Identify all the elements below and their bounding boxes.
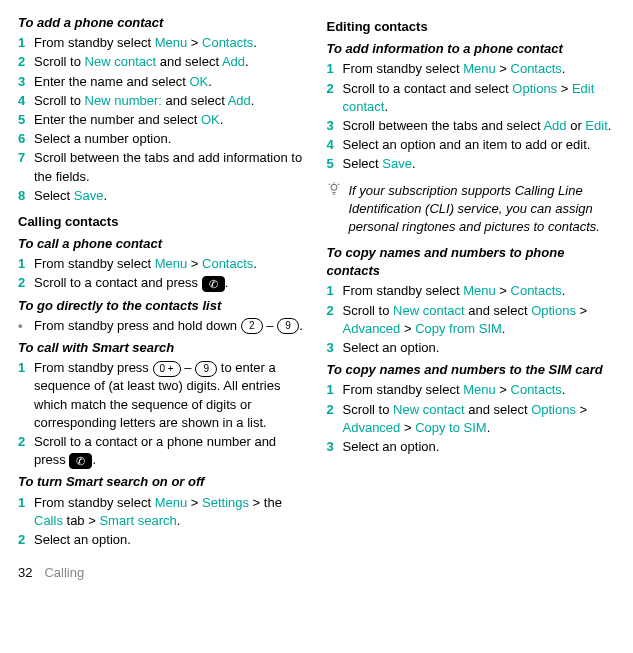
step-number: 1 (18, 494, 34, 530)
heading-turn-smart-search: To turn Smart search on or off (18, 473, 307, 491)
step-text: From standby select Menu > Contacts. (343, 381, 616, 399)
right-column: Editing contacts To add information to a… (327, 10, 616, 550)
heading-call-phone-contact: To call a phone contact (18, 235, 307, 253)
left-column: To add a phone contact 1 From standby se… (18, 10, 307, 550)
options-label: Options (531, 402, 576, 417)
step: 1 From standby press 0 + – 9 to enter a … (18, 359, 307, 432)
step-bullet: • (18, 317, 34, 335)
edit-label: Edit (585, 118, 607, 133)
save-label: Save (74, 188, 104, 203)
tip-box: If your subscription supports Calling Li… (327, 182, 616, 237)
heading-editing-contacts: Editing contacts (327, 18, 616, 36)
step-text: Select an option. (343, 339, 616, 357)
new-contact-label: New contact (85, 54, 157, 69)
step-text: Scroll between the tabs and add informat… (34, 149, 307, 185)
add-label: Add (228, 93, 251, 108)
menu-label: Menu (155, 256, 188, 271)
new-number-label: New number: (85, 93, 162, 108)
step-number: 1 (327, 381, 343, 399)
step-text: Select an option. (343, 438, 616, 456)
step-text: Scroll to New number: and select Add. (34, 92, 307, 110)
menu-label: Menu (155, 35, 188, 50)
step-number: 1 (18, 255, 34, 273)
step-text: Scroll to New contact and select Options… (343, 401, 616, 437)
step-number: 3 (327, 339, 343, 357)
copy-to-sim-label: Copy to SIM (415, 420, 487, 435)
step: 2 Scroll to New contact and select Optio… (327, 302, 616, 338)
ok-label: OK (201, 112, 220, 127)
step-text: From standby select Menu > Contacts. (34, 34, 307, 52)
svg-point-0 (331, 184, 337, 190)
step-text: Enter the name and select OK. (34, 73, 307, 91)
step: 3 Select an option. (327, 438, 616, 456)
step: • From standby press and hold down 2 – 9… (18, 317, 307, 335)
step-number: 2 (327, 401, 343, 437)
svg-line-4 (328, 183, 329, 184)
key-0-icon: 0 + (153, 361, 181, 377)
step: 2 Scroll to New contact and select Optio… (327, 401, 616, 437)
step: 1 From standby select Menu > Contacts. (327, 60, 616, 78)
step-text: Scroll to New contact and select Add. (34, 53, 307, 71)
step-text: Scroll between the tabs and select Add o… (343, 117, 616, 135)
page-number: 32 (18, 564, 32, 582)
step: 6 Select a number option. (18, 130, 307, 148)
step-text: From standby press and hold down 2 – 9. (34, 317, 307, 335)
step: 2 Scroll to a contact and select Options… (327, 80, 616, 116)
step-number: 2 (327, 80, 343, 116)
step-text: Scroll to New contact and select Options… (343, 302, 616, 338)
step-text: From standby press 0 + – 9 to enter a se… (34, 359, 307, 432)
step-text: Scroll to a contact and press ✆. (34, 274, 307, 292)
step: 2 Scroll to a contact or a phone number … (18, 433, 307, 469)
settings-label: Settings (202, 495, 249, 510)
options-label: Options (512, 81, 557, 96)
advanced-label: Advanced (343, 321, 401, 336)
step-number: 5 (18, 111, 34, 129)
step-text: Select a number option. (34, 130, 307, 148)
step-number: 1 (18, 359, 34, 432)
step-number: 3 (18, 73, 34, 91)
step: 5 Select Save. (327, 155, 616, 173)
step-number: 4 (18, 92, 34, 110)
step: 1 From standby select Menu > Contacts. (18, 255, 307, 273)
step-text: Scroll to a contact and select Options >… (343, 80, 616, 116)
step: 2 Select an option. (18, 531, 307, 549)
step-number: 1 (327, 282, 343, 300)
step-number: 6 (18, 130, 34, 148)
new-contact-label: New contact (393, 303, 465, 318)
step-number: 3 (327, 438, 343, 456)
menu-label: Menu (463, 61, 496, 76)
key-9-icon: 9 (277, 318, 299, 334)
heading-add-phone-contact: To add a phone contact (18, 14, 307, 32)
step-number: 2 (18, 53, 34, 71)
step: 1 From standby select Menu > Contacts. (327, 381, 616, 399)
step-text: Select an option. (34, 531, 307, 549)
heading-add-info-phone-contact: To add information to a phone contact (327, 40, 616, 58)
contacts-label: Contacts (202, 35, 253, 50)
step-number: 2 (18, 531, 34, 549)
step-text: From standby select Menu > Contacts. (34, 255, 307, 273)
ok-label: OK (189, 74, 208, 89)
new-contact-label: New contact (393, 402, 465, 417)
copy-from-sim-label: Copy from SIM (415, 321, 502, 336)
heading-copy-to-sim: To copy names and numbers to the SIM car… (327, 361, 616, 379)
step-text: Select Save. (343, 155, 616, 173)
call-key-icon: ✆ (202, 276, 225, 292)
step: 3 Enter the name and select OK. (18, 73, 307, 91)
step: 1 From standby select Menu > Contacts. (18, 34, 307, 52)
add-label: Add (222, 54, 245, 69)
options-label: Options (531, 303, 576, 318)
step: 3 Scroll between the tabs and select Add… (327, 117, 616, 135)
step-number: 2 (327, 302, 343, 338)
contacts-label: Contacts (511, 382, 562, 397)
step-number: 5 (327, 155, 343, 173)
contacts-label: Contacts (202, 256, 253, 271)
key-9-icon: 9 (195, 361, 217, 377)
menu-label: Menu (463, 283, 496, 298)
heading-calling-contacts: Calling contacts (18, 213, 307, 231)
contacts-label: Contacts (511, 283, 562, 298)
menu-label: Menu (155, 495, 188, 510)
step: 7 Scroll between the tabs and add inform… (18, 149, 307, 185)
step: 2 Scroll to New contact and select Add. (18, 53, 307, 71)
step-text: Scroll to a contact or a phone number an… (34, 433, 307, 469)
save-label: Save (382, 156, 412, 171)
